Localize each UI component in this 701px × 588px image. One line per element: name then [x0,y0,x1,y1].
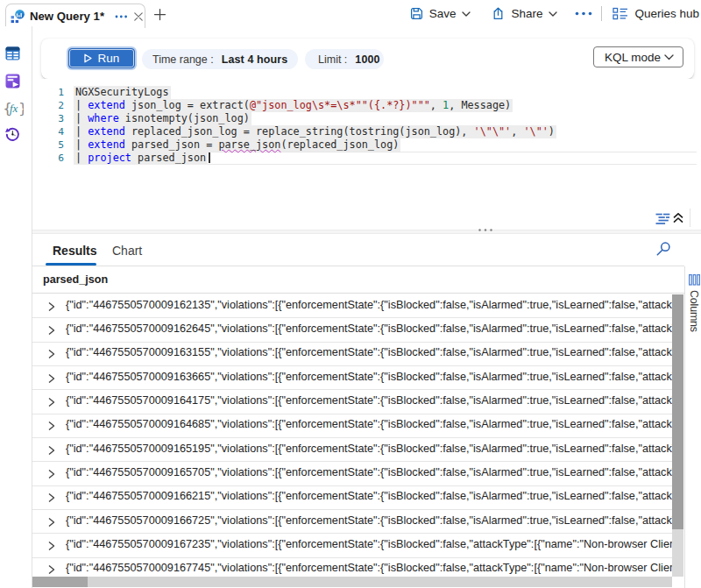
row-expand-icon[interactable] [48,350,55,358]
result-row[interactable]: {"id":"4467550570009164175","violations"… [32,390,684,414]
result-row[interactable]: {"id":"4467550570009163665","violations"… [32,366,684,390]
share-icon [492,7,505,20]
columns-side-panel[interactable]: Columns [684,266,701,588]
line-number: 3 [41,112,64,125]
row-json-text: {"id":"4467550570009163155","violations"… [66,346,672,358]
run-button[interactable]: Run [68,48,135,68]
columns-panel-label: Columns [688,290,700,332]
collapse-editor-icon[interactable] [673,213,683,223]
code-line[interactable]: NGXSecurityLogs [75,86,556,99]
adx-logo-icon [11,9,25,25]
results-tab-row: Results Chart [32,234,701,266]
save-icon [410,7,423,20]
tab-title: New Query 1* [30,10,104,23]
row-expand-icon[interactable] [48,302,55,311]
limit-picker[interactable]: Limit : 1000 [305,49,384,69]
vertical-scrollbar-thumb[interactable] [672,294,683,529]
run-label: Run [98,52,120,65]
result-row[interactable]: {"id":"4467550570009162645","violations"… [32,318,684,342]
row-expand-icon[interactable] [48,422,55,430]
result-row[interactable]: {"id":"4467550570009164685","violations"… [32,414,684,438]
query-tab[interactable]: New Query 1* [5,4,145,28]
save-button[interactable]: Save [410,7,471,20]
mode-chevron-icon [664,54,674,60]
code-line[interactable]: | extend json_log = extract(@"json_log\s… [75,99,556,112]
more-commands-icon[interactable] [575,11,592,16]
tab-close-icon[interactable] [134,12,143,21]
row-json-text: {"id":"4467550570009166215","violations"… [66,490,672,502]
row-json-text: {"id":"4467550570009162135","violations"… [66,299,672,311]
format-lines-icon[interactable] [655,213,670,225]
row-json-text: {"id":"4467550570009165195","violations"… [66,443,672,455]
splitter-handle-icon[interactable] [478,228,493,232]
queries-hub-icon [612,7,628,20]
tab-more-icon[interactable] [115,15,129,18]
row-expand-icon[interactable] [48,398,55,407]
results-grid: {"id":"4467550570009162135","violations"… [32,294,684,577]
limit-label: Limit : [318,53,347,66]
row-expand-icon[interactable] [48,493,55,502]
code-line[interactable]: | extend replaced_json_log = replace_str… [75,125,556,138]
row-expand-icon[interactable] [48,374,55,383]
time-range-label: Time range : [152,53,214,66]
row-json-text: {"id":"4467550570009167235","violations"… [66,538,672,550]
result-row[interactable]: {"id":"4467550570009165705","violations"… [32,462,684,485]
result-row[interactable]: {"id":"4467550570009162135","violations"… [32,294,684,318]
row-json-text: {"id":"4467550570009163665","violations"… [66,371,672,383]
querysets-icon[interactable] [5,74,20,89]
row-expand-icon[interactable] [48,470,55,478]
horizontal-scrollbar-thumb[interactable] [32,577,88,587]
share-button[interactable]: Share [492,7,557,20]
result-row[interactable]: {"id":"4467550570009165195","violations"… [32,438,684,462]
query-tab-bar: New Query 1* Save [0,0,701,28]
vertical-scrollbar[interactable] [672,294,684,577]
line-number: 1 [41,86,64,99]
line-number: 5 [41,138,64,152]
code-line[interactable]: | extend parsed_json = parse_json(replac… [75,138,556,152]
editor-footer-divider [690,209,690,227]
row-json-text: {"id":"4467550570009166725","violations"… [66,514,672,527]
result-row[interactable]: {"id":"4467550570009166725","violations"… [32,510,684,534]
row-expand-icon[interactable] [48,542,55,550]
query-editor[interactable]: 123456 NGXSecurityLogs| extend json_log … [32,79,701,226]
result-row[interactable]: {"id":"4467550570009167745","violations"… [32,558,684,577]
tab-results[interactable]: Results [53,244,97,258]
column-header-label: parsed_json [43,273,108,286]
functions-icon[interactable]: { fx } [3,100,24,117]
columns-icon [689,274,700,286]
row-expand-icon[interactable] [48,446,55,455]
horizontal-scrollbar[interactable] [32,577,672,587]
time-range-value: Last 4 hours [222,53,288,66]
row-expand-icon[interactable] [48,326,55,335]
result-row[interactable]: {"id":"4467550570009163155","violations"… [32,343,684,366]
save-chevron-icon [462,11,471,17]
command-bar-separator [601,6,602,21]
editor-code: NGXSecurityLogs| extend json_log = extra… [75,86,556,165]
result-row[interactable]: {"id":"4467550570009166215","violations"… [32,486,684,510]
row-json-text: {"id":"4467550570009164685","violations"… [66,418,672,430]
tables-icon[interactable] [5,46,20,60]
code-line[interactable]: | where isnotempty(json_log) [75,112,556,125]
search-icon[interactable] [655,241,671,257]
editor-line-numbers: 123456 [41,86,64,165]
run-play-icon [84,53,92,63]
row-json-text: {"id":"4467550570009164175","violations"… [66,394,672,407]
tab-chart[interactable]: Chart [112,244,142,258]
query-history-icon[interactable] [4,126,20,142]
time-range-picker[interactable]: Time range : Last 4 hours [142,49,298,69]
adx-web-ui: New Query 1* Save [0,0,701,588]
row-expand-icon[interactable] [48,565,55,574]
new-tab-button[interactable] [153,8,166,21]
share-label: Share [511,7,542,20]
save-label: Save [429,7,457,20]
grid-column-header[interactable]: parsed_json [32,266,684,294]
result-row[interactable]: {"id":"4467550570009167235","violations"… [32,534,684,557]
queries-hub-button[interactable]: Queries hub [612,7,699,20]
query-toolbar: Run Time range : Last 4 hours Limit : 10… [41,39,694,79]
text-cursor [209,152,210,163]
line-number: 4 [41,125,64,138]
row-expand-icon[interactable] [48,518,55,527]
code-line[interactable]: | project parsed_json [75,152,556,165]
svg-text:}: } [18,100,24,117]
query-mode-select[interactable]: KQL mode [593,46,683,67]
